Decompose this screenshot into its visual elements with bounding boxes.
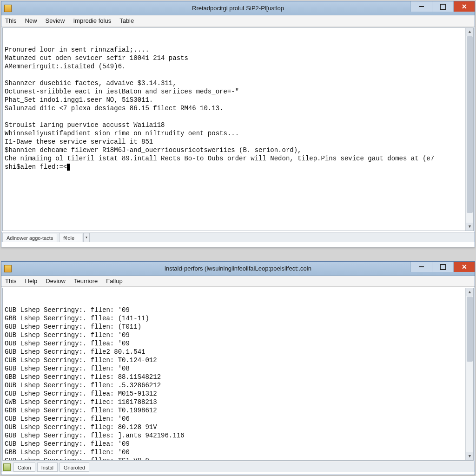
statusbar-2: Calon Instal Gnaroted	[1, 462, 475, 472]
menu-item[interactable]: This	[5, 278, 17, 284]
status-cell[interactable]: Instal	[37, 463, 58, 472]
window-title-2: instald-perfors (iwsuiningiinfeolifaiLeo…	[1, 265, 475, 272]
text-content-1: Pronured loor in sent rinnzafial;.... Ma…	[3, 45, 473, 172]
status-dropdown-icon[interactable]	[83, 233, 90, 242]
close-button[interactable]: ✕	[453, 262, 475, 272]
scroll-down-icon[interactable]	[466, 223, 474, 231]
window-buttons-1: ✕	[410, 1, 475, 12]
scroll-thumb[interactable]	[467, 36, 473, 213]
status-icon	[3, 463, 11, 471]
menu-item[interactable]: Fallup	[106, 278, 122, 284]
menu-item[interactable]: Help	[25, 278, 38, 284]
menubar-2: This Help Deviow Teurriore Fallup	[1, 276, 475, 287]
app-icon	[4, 265, 12, 272]
titlebar-1[interactable]: Rretadpocitgi proluLSiP2-Pl[ustlop ✕	[1, 1, 475, 15]
status-cell[interactable]: Adinower aggo-tacts	[2, 233, 57, 242]
app-icon	[4, 5, 12, 12]
scroll-up-icon[interactable]	[466, 288, 474, 296]
scrollbar-1[interactable]	[465, 28, 473, 231]
menu-item[interactable]: Improdie folus	[73, 17, 112, 24]
text-area-2[interactable]: CUB Lshep Seerringy:. fllen: '09 GBB Lsh…	[2, 288, 474, 461]
menu-item[interactable]: Teurriore	[74, 278, 98, 284]
text-area-1[interactable]: Pronured loor in sent rinnzafial;.... Ma…	[2, 27, 474, 231]
minimize-button[interactable]	[410, 1, 432, 12]
statusbar-1: Adinower aggo-tacts f¢ole	[1, 232, 475, 242]
status-cell[interactable]: f¢ole	[59, 233, 82, 242]
window-buttons-2: ✕	[410, 262, 475, 272]
menu-item[interactable]: Seview	[46, 17, 65, 24]
maximize-button[interactable]	[432, 1, 453, 12]
window-title-1: Rretadpocitgi proluLSiP2-Pl[ustlop	[1, 5, 475, 12]
menu-item[interactable]: Thls	[5, 17, 17, 24]
scrollbar-2[interactable]	[465, 288, 473, 460]
menu-item[interactable]: New	[25, 17, 37, 24]
scroll-down-icon[interactable]	[466, 452, 474, 460]
scroll-up-icon[interactable]	[466, 28, 474, 36]
text-content-2: CUB Lshep Seerringy:. fllen: '09 GBB Lsh…	[3, 305, 473, 461]
menubar-1: Thls New Seview Improdie folus Table	[1, 15, 475, 26]
maximize-button[interactable]	[432, 262, 453, 272]
window-2: instald-perfors (iwsuiningiinfeolifaiLeo…	[1, 261, 475, 475]
titlebar-2[interactable]: instald-perfors (iwsuiningiinfeolifaiLeo…	[1, 262, 475, 276]
menu-item[interactable]: Table	[119, 17, 134, 24]
minimize-button[interactable]	[410, 262, 432, 272]
window-1: Rretadpocitgi proluLSiP2-Pl[ustlop ✕ Thl…	[1, 1, 475, 247]
status-cell[interactable]: Gnaroted	[60, 463, 89, 472]
close-button[interactable]: ✕	[453, 1, 475, 12]
scroll-thumb[interactable]	[467, 297, 473, 362]
status-cell[interactable]: Calon	[13, 463, 35, 472]
menu-item[interactable]: Deviow	[46, 278, 66, 284]
